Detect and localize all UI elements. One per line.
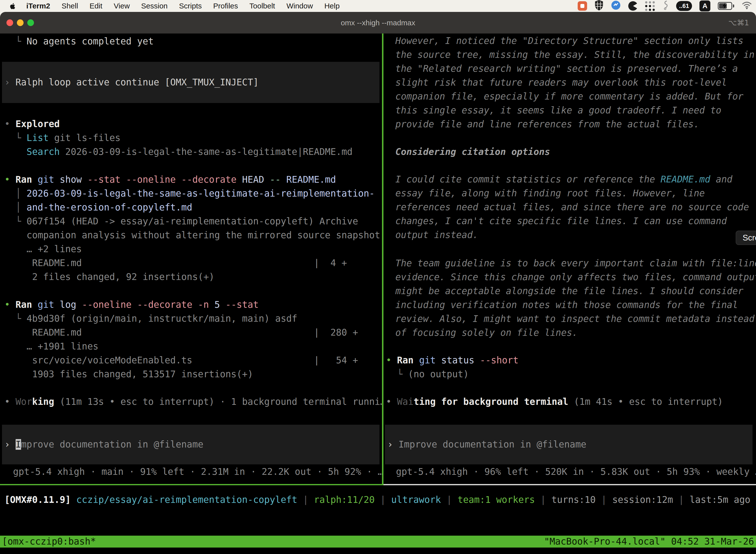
dots-grid-icon[interactable]: [645, 1, 655, 11]
window-title: omx --xhigh --madmax: [0, 12, 756, 34]
text-segment: └: [4, 36, 26, 47]
text-segment: └: [386, 369, 408, 380]
text-segment: [281, 174, 286, 185]
text-segment: --stat: [226, 299, 259, 310]
text-segment: src/voice/voiceModeEnabled.ts | 54 +: [4, 355, 358, 366]
squiggle-icon[interactable]: [662, 0, 669, 12]
text-segment: [54, 299, 60, 310]
pane-divider-vertical[interactable]: [382, 34, 383, 484]
text-segment: 2 files changed, 92 insertions(+): [4, 272, 214, 282]
text-segment: (no output): [408, 369, 469, 380]
blue-badge-icon[interactable]: [611, 0, 621, 12]
text-segment: |: [441, 494, 458, 505]
input-source-icon[interactable]: A: [699, 0, 710, 11]
reasoning-paragraph-3: The team guideline is to back every impo…: [395, 257, 756, 340]
apple-menu-icon[interactable]: [9, 2, 16, 10]
screen-record-chat-icon[interactable]: [578, 1, 587, 11]
text-segment: Search: [26, 147, 60, 157]
text-segment: •: [4, 396, 16, 407]
text-segment: Wai: [397, 396, 414, 407]
pane-divider-horizontal-inactive: [383, 484, 756, 485]
loom-icon[interactable]: [628, 1, 638, 11]
text-segment: └: [4, 313, 26, 324]
menu-item-scripts[interactable]: Scripts: [179, 2, 202, 10]
text-segment: gpt-5.4 xhigh · main · 91% left · 2.31M …: [2, 466, 382, 477]
text-segment: README.md: [660, 174, 710, 185]
text-segment: turns:10: [551, 494, 595, 505]
text-segment: •: [4, 174, 16, 185]
shield-icon[interactable]: [594, 0, 604, 12]
text-segment: Ralph loop active continue [OMX_TMUX_INJ…: [16, 77, 259, 88]
text-segment: ultrawork: [391, 494, 441, 505]
text-segment: cczip/essay/ai-reimplementation-copyleft: [76, 494, 297, 505]
text-segment: 4b9d30f (origin/main, instructkr/main, m…: [26, 313, 297, 324]
menu-app-name[interactable]: iTerm2: [26, 2, 50, 10]
right-prompt-input[interactable]: › Improve documentation in @filename: [385, 425, 753, 464]
text-segment: ›: [387, 439, 398, 450]
text-segment: ting for background terminal: [414, 396, 568, 407]
menu-item-help[interactable]: Help: [324, 2, 340, 10]
text-segment: Wor: [16, 396, 32, 407]
text-segment: |: [673, 494, 690, 505]
text-segment: •: [386, 396, 397, 407]
text-segment: mprove documentation in @filename: [21, 439, 203, 450]
text-segment: --oneline --decorate: [82, 299, 192, 310]
left-agent-log: • Explored └ List git ls-files Search 20…: [4, 117, 380, 381]
text-segment: [32, 299, 38, 310]
text-segment: --short: [480, 355, 519, 366]
text-segment: session:12m: [612, 494, 673, 505]
text-segment: king: [32, 396, 54, 407]
left-model-meta-line: gpt-5.4 xhigh · main · 91% left · 2.31M …: [2, 465, 382, 479]
right-model-meta-line: gpt-5.4 xhigh · 96% left · 520K in · 5.8…: [385, 465, 756, 479]
text-segment: git ls-files: [49, 132, 121, 143]
text-segment: 2026-03-09-is-legal-the-same-as-legitima…: [26, 188, 375, 199]
text-segment: and-the-erosion-of-copyleft.md: [26, 202, 192, 213]
left-prompt-text: › Improve documentation in @filename: [2, 425, 379, 451]
text-segment: •: [386, 355, 397, 366]
menu-item-toolbelt[interactable]: Toolbelt: [250, 2, 275, 10]
battery-icon[interactable]: [718, 2, 734, 10]
text-segment: [71, 494, 76, 505]
left-prompt-input[interactable]: › Improve documentation in @filename: [2, 425, 379, 464]
reasoning-heading: Considering citation options: [395, 145, 550, 159]
menu-item-session[interactable]: Session: [141, 2, 168, 10]
text-segment: I: [16, 439, 21, 450]
text-segment: ›: [4, 439, 16, 450]
menu-item-view[interactable]: View: [114, 2, 130, 10]
menu-item-shell[interactable]: Shell: [62, 2, 78, 10]
menu-item-profiles[interactable]: Profiles: [213, 2, 238, 10]
text-segment: [192, 299, 198, 310]
text-segment: |: [596, 494, 612, 505]
text-segment: --stat --oneline --decorate: [87, 174, 236, 185]
text-segment: gpt-5.4 xhigh · 96% left · 520K in · 5.8…: [385, 466, 756, 477]
text-segment: 1903 files changed, 513517 insertions(+): [4, 369, 253, 380]
text-segment: [4, 147, 26, 157]
tmux-host-clock: "MacBook-Pro-44.local" 04:52 31-Mar-26: [544, 536, 754, 548]
text-segment: [414, 355, 419, 366]
text-segment: [436, 355, 441, 366]
text-segment: [264, 174, 270, 185]
text-segment: •: [4, 299, 16, 310]
text-segment: log: [60, 299, 76, 310]
text-segment: 5: [214, 299, 220, 310]
text-segment: └: [4, 132, 26, 143]
omx-status-bar: [OMX#0.11.9] cczip/essay/ai-reimplementa…: [4, 493, 750, 507]
text-segment: git: [38, 299, 54, 310]
text-segment: [474, 355, 480, 366]
wifi-icon[interactable]: [742, 1, 752, 11]
battery-percent-badge[interactable]: ..61: [676, 1, 692, 11]
text-segment: [209, 299, 214, 310]
menu-item-window[interactable]: Window: [287, 2, 313, 10]
text-segment: ›: [4, 77, 16, 88]
pane-divider-horizontal-active: [0, 484, 383, 485]
screen-overlay-badge[interactable]: Scre: [736, 231, 756, 245]
tmux-session-label[interactable]: [omx-cczip0:bash*: [2, 536, 96, 548]
menu-item-edit[interactable]: Edit: [89, 2, 103, 10]
text-segment: -n: [198, 299, 209, 310]
left-terminal-pane[interactable]: └ No agents completed yet › Ralph loop a…: [0, 34, 382, 484]
text-segment: │: [4, 188, 26, 199]
text-segment: --: [270, 174, 281, 185]
right-terminal-pane[interactable]: However, I noticed the "Directory Struct…: [383, 34, 756, 484]
text-segment: … +2 lines: [4, 244, 82, 255]
left-working-status: • Working (11m 13s • esc to interrupt) ·…: [4, 395, 382, 409]
